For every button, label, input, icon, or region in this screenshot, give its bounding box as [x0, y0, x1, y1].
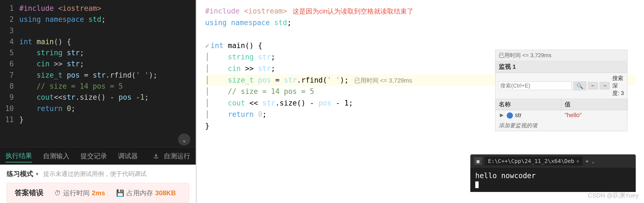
result-memory-value: 308KB — [155, 189, 176, 197]
result-time-value: 2ms — [92, 189, 105, 197]
result-status: 答案错误 — [15, 188, 43, 198]
debug-search-bar: 🔍 ← → 搜索深度: 3 — [495, 73, 627, 99]
self-test-run-button[interactable]: 自测运行 — [164, 152, 190, 160]
code-line-6: 6 cin >> str; — [0, 58, 196, 69]
exercise-section: 练习模式 ▾ 提示未通过的测试用例，便于代码调试 答案错误 ⏱ 运行时间 2ms… — [0, 165, 196, 203]
terminal-titlebar: ■ E:\C++\Cpp\24_11_2\x64\Deb ✕ + ⌄ — [470, 154, 636, 168]
exercise-mode-label: 练习模式 — [7, 170, 33, 178]
line-number-6: 6 — [3, 58, 14, 69]
code-line-1: 1 #include <iostream> — [0, 3, 196, 14]
line-content-4: int main() { — [19, 36, 71, 47]
right-code-line-1: #include <iostream> 这是因为cin认为读取到空格就读取结束了 — [205, 6, 636, 17]
debug-search-input[interactable] — [498, 81, 572, 90]
terminal-chevron-icon[interactable]: ⌄ — [592, 158, 595, 164]
debug-var-value: "hello" — [561, 110, 627, 120]
terminal-close-button[interactable]: ✕ — [576, 159, 579, 164]
tab-debugger[interactable]: 调试器 — [118, 152, 138, 160]
line-content-3 — [19, 25, 24, 36]
watermark: CSDN @跃渊Yuey — [588, 191, 638, 200]
line-content-11: } — [19, 114, 24, 125]
line-number-9: 9 — [3, 92, 14, 103]
exercise-mode-row: 练习模式 ▾ 提示未通过的测试用例，便于代码调试 — [7, 170, 189, 178]
terminal-tab[interactable]: E:\C++\Cpp\24_11_2\x64\Deb ✕ — [485, 157, 583, 165]
terminal-panel: ■ E:\C++\Cpp\24_11_2\x64\Deb ✕ + ⌄ hello… — [470, 154, 636, 192]
code-line-5: 5 string str; — [0, 47, 196, 58]
right-panel: #include <iostream> 这是因为cin认为读取到空格就读取结束了… — [197, 0, 644, 203]
debug-var-name: ► ⬤ str — [495, 110, 561, 120]
debug-time-bar: 已用时间 <= 3,729ms — [495, 50, 627, 61]
debug-panel-title: 监视 1 — [495, 61, 627, 73]
memory-icon: 💾 — [116, 189, 124, 197]
code-line-3: 3 — [0, 25, 196, 36]
line-number-4: 4 — [3, 36, 14, 47]
line-number-3: 3 — [3, 25, 14, 36]
tab-self-test-input[interactable]: 自测输入 — [43, 152, 69, 160]
terminal-add-button[interactable]: + — [585, 158, 589, 165]
db-icon: ⬤ — [506, 112, 513, 119]
debug-nav-back[interactable]: ← — [588, 82, 598, 89]
terminal-tab-label: E:\C++\Cpp\24_11_2\x64\Deb — [488, 158, 574, 164]
debug-add-watch[interactable]: 添加要监视的项 — [495, 120, 627, 131]
line-number-2: 2 — [3, 14, 14, 25]
code-editor: 1 #include <iostream> 2 using namespace … — [0, 0, 196, 132]
line-number-1: 1 — [3, 3, 14, 14]
line-content-1: #include <iostream> — [19, 3, 101, 14]
result-time: ⏱ 运行时间 2ms — [54, 189, 105, 197]
exercise-mode-dropdown-icon[interactable]: ▾ — [36, 171, 38, 177]
right-code-line-2: using namespace std; — [205, 17, 636, 29]
collapse-button[interactable]: ⌄ — [178, 133, 190, 146]
debug-search-button[interactable]: 🔍 — [573, 81, 586, 90]
debug-depth-label: 搜索深度: 3 — [612, 75, 624, 97]
time-indicator: 已用时间 <= 3,729ms — [354, 76, 412, 85]
result-time-label: 运行时间 — [63, 189, 90, 197]
line-number-8: 8 — [3, 81, 14, 92]
line-content-9: cout<<str.size() - pos -1; — [19, 92, 149, 103]
result-box: 答案错误 ⏱ 运行时间 2ms 💾 占用内存 308KB — [7, 183, 189, 203]
line-content-10: return 0; — [19, 103, 76, 114]
line-content-6: cin >> str; — [19, 58, 84, 69]
terminal-content: hello nowcoder — [475, 172, 536, 180]
clock-icon: ⏱ — [54, 189, 61, 197]
code-line-7: 7 size_t pos = str.rfind(' '); — [0, 70, 196, 81]
debug-var-name-text: str — [515, 112, 522, 119]
line-number-11: 11 — [3, 114, 14, 125]
code-line-8: 8 // size = 14 pos = 5 — [0, 81, 196, 92]
exercise-hint-text: 提示未通过的测试用例，便于代码调试 — [43, 170, 146, 178]
debug-nav-forward[interactable]: → — [600, 82, 610, 89]
line-content-7: size_t pos = str.rfind(' '); — [19, 70, 157, 81]
terminal-icon: ■ — [474, 157, 482, 165]
debug-col-value: 值 — [561, 99, 627, 110]
debug-table-row-str: ► ⬤ str "hello" — [495, 110, 627, 120]
bottom-bar: 执行结果 自测输入 提交记录 调试器 ⚓ 自测运行 — [0, 147, 196, 165]
line-content-5: string str; — [19, 47, 84, 58]
terminal-cursor — [475, 181, 479, 188]
code-line-4: 4 int main() { — [0, 36, 196, 47]
terminal-body: hello nowcoder — [470, 168, 636, 192]
line-content-8: // size = 14 pos = 5 — [19, 81, 123, 92]
left-panel: 1 #include <iostream> 2 using namespace … — [0, 0, 196, 203]
result-memory: 💾 占用内存 308KB — [116, 189, 176, 197]
tab-submit-records[interactable]: 提交记录 — [80, 152, 107, 160]
code-line-9: 9 cout<<str.size() - pos -1; — [0, 92, 196, 103]
code-line-11: 11 } — [0, 114, 196, 125]
debug-watch-panel: 已用时间 <= 3,729ms 监视 1 🔍 ← → 搜索深度: 3 名称 值 … — [495, 50, 627, 131]
code-line-10: 10 return 0; — [0, 103, 196, 114]
code-line-2: 2 using namespace std; — [0, 14, 196, 25]
annotation-text: 这是因为cin认为读取到空格就读取结束了 — [293, 6, 414, 17]
right-code-line-3 — [205, 28, 636, 40]
collapse-button-area: ⌄ — [0, 132, 196, 147]
line-number-7: 7 — [3, 70, 14, 81]
debug-col-name: 名称 — [495, 99, 561, 110]
tab-execution-result[interactable]: 执行结果 — [6, 150, 32, 162]
bottom-right-actions: ⚓ 自测运行 — [154, 151, 190, 160]
result-memory-label: 占用内存 — [127, 189, 153, 197]
debug-table-header: 名称 值 — [495, 99, 627, 110]
anchor-icon: ⚓ — [154, 151, 158, 160]
line-content-2: using namespace std; — [19, 14, 106, 25]
line-number-10: 10 — [3, 103, 14, 114]
line-number-5: 5 — [3, 47, 14, 58]
expand-icon[interactable]: ► — [499, 112, 505, 119]
